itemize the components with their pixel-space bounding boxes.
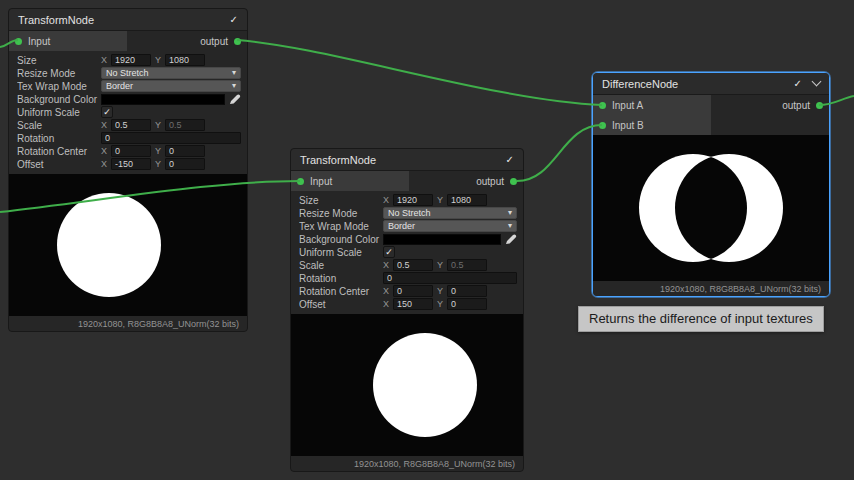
axis-y-label: Y [437,260,443,270]
prop-row-size: Size X Y [17,54,241,66]
check-icon: ✓ [103,107,111,117]
prop-label: Offset [17,159,101,170]
size-x-input[interactable] [111,54,151,66]
port-label: output [782,100,810,111]
eyedropper-icon[interactable] [505,233,517,245]
axis-x-label: X [383,195,389,205]
scale-x-input[interactable] [111,119,151,131]
tex-wrap-dropdown[interactable]: Border ▾ [101,80,241,92]
offset-y-input[interactable] [165,158,205,170]
enabled-check-icon[interactable]: ✓ [794,78,802,89]
port-row: Input B [593,115,829,135]
offset-y-input[interactable] [447,298,487,310]
input-b-port[interactable]: Input B [593,115,711,135]
port-dot-icon[interactable] [15,38,22,45]
prop-row-tex-wrap: Tex Wrap Mode Border ▾ [299,220,517,232]
tex-wrap-dropdown[interactable]: Border ▾ [383,220,517,232]
node-transform-2[interactable]: TransformNode ✓ Input output Size X Y [290,148,524,472]
rotation-input[interactable] [101,132,241,144]
prop-label: Rotation [17,133,101,144]
preview-caption: 1920x1080, R8G8B8A8_UNorm(32 bits) [291,456,523,471]
axis-y-label: Y [437,286,443,296]
node-difference[interactable]: DifferenceNode ✓ Input A output Input B [592,72,830,297]
offset-x-input[interactable] [111,158,151,170]
port-dot-icon[interactable] [816,102,823,109]
prop-row-rotation-center: Rotation Center X Y [299,285,517,297]
prop-row-rotation-center: Rotation Center X Y [17,145,241,157]
offset-x-input[interactable] [393,298,433,310]
chevron-down-icon[interactable] [812,77,822,87]
axis-x-label: X [383,299,389,309]
prop-label: Uniform Scale [17,107,101,118]
enabled-check-icon[interactable]: ✓ [506,154,514,165]
node-header[interactable]: TransformNode ✓ [291,149,523,171]
preview-caption: 1920x1080, R8G8B8A8_UNorm(32 bits) [9,316,247,331]
color-swatch[interactable] [101,94,225,105]
eyedropper-icon[interactable] [229,93,241,105]
axis-x-label: X [101,146,107,156]
uniform-scale-checkbox[interactable]: ✓ [383,246,395,258]
prop-label: Scale [17,120,101,131]
input-a-port[interactable]: Input A [593,95,711,115]
axis-y-label: Y [155,55,161,65]
rotation-input[interactable] [383,272,517,284]
port-row: Input output [291,171,523,191]
axis-y-label: Y [155,146,161,156]
port-dot-icon[interactable] [234,38,241,45]
port-dot-icon[interactable] [599,102,606,109]
axis-x-label: X [383,260,389,270]
dropdown-value: No Stretch [388,208,431,218]
enabled-check-icon[interactable]: ✓ [230,14,238,25]
input-port[interactable]: Input [9,31,127,51]
prop-row-offset: Offset X Y [17,158,241,170]
node-preview [593,135,829,281]
resize-mode-dropdown[interactable]: No Stretch ▾ [383,207,517,219]
axis-x-label: X [101,120,107,130]
input-port[interactable]: Input [291,171,409,191]
size-y-input[interactable] [165,54,205,66]
prop-row-resize-mode: Resize Mode No Stretch ▾ [299,207,517,219]
node-title: TransformNode [18,14,222,26]
port-dot-icon[interactable] [599,122,606,129]
resize-mode-dropdown[interactable]: No Stretch ▾ [101,67,241,79]
output-port[interactable]: output [470,171,523,191]
uniform-scale-checkbox[interactable]: ✓ [101,106,113,118]
axis-y-label: Y [437,299,443,309]
node-transform-1[interactable]: TransformNode ✓ Input output Size X Y [8,8,248,332]
output-port[interactable]: output [776,95,829,115]
check-icon: ✓ [385,247,393,257]
prop-row-rotation: Rotation [17,132,241,144]
node-header[interactable]: DifferenceNode ✓ [593,73,829,95]
node-tooltip: Returns the difference of input textures [578,306,824,332]
node-properties: Size X Y Resize Mode No Stretch ▾ [9,51,247,174]
wire-transform-1-to-difference-input-a [237,40,602,105]
size-x-input[interactable] [393,194,433,206]
port-dot-icon[interactable] [510,178,517,185]
scale-x-input[interactable] [393,259,433,271]
prop-label: Rotation Center [299,286,383,297]
preview-caption: 1920x1080, R8G8B8A8_UNorm(32 bits) [593,281,829,296]
rotation-center-y-input[interactable] [447,285,487,297]
prop-row-size: Size X Y [299,194,517,206]
prop-label: Offset [299,299,383,310]
port-dot-icon[interactable] [297,178,304,185]
node-preview [291,314,523,456]
wire-transform-2-to-difference-input-b [517,125,602,181]
port-label: output [476,176,504,187]
scale-y-input [447,259,487,271]
color-swatch[interactable] [383,234,501,245]
output-port[interactable]: output [194,31,247,51]
prop-label: Resize Mode [299,208,383,219]
rotation-center-x-input[interactable] [111,145,151,157]
prop-label: Resize Mode [17,68,101,79]
prop-row-background-color: Background Color [299,233,517,245]
size-y-input[interactable] [447,194,487,206]
rotation-center-y-input[interactable] [165,145,205,157]
graph-canvas[interactable]: TransformNode ✓ Input output Size X Y [0,0,854,480]
axis-x-label: X [101,55,107,65]
prop-label: Rotation [299,273,383,284]
prop-row-tex-wrap: Tex Wrap Mode Border ▾ [17,80,241,92]
rotation-center-x-input[interactable] [393,285,433,297]
prop-label: Size [17,55,101,66]
node-header[interactable]: TransformNode ✓ [9,9,247,31]
